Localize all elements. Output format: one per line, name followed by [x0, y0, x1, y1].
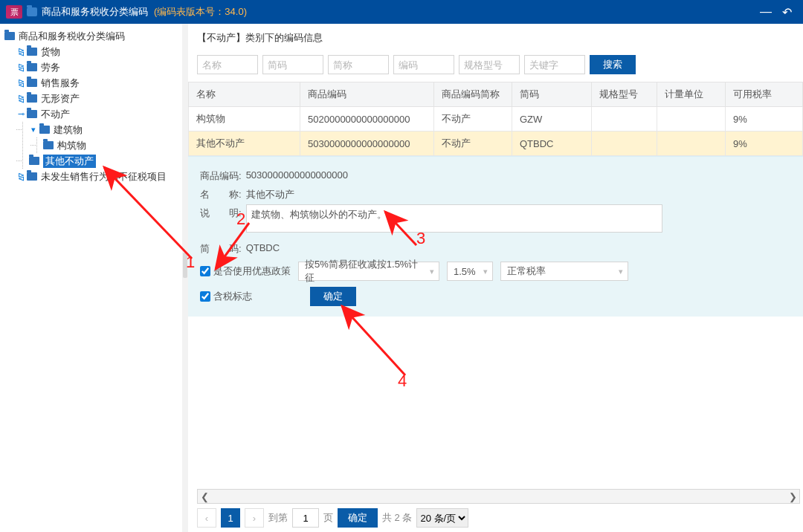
- tree-root[interactable]: 商品和服务税收分类编码: [0, 28, 181, 44]
- search-keyword-input[interactable]: [524, 55, 585, 74]
- cell: 不动产: [434, 107, 512, 132]
- detail-panel: 商品编码:5030000000000000000 名 称:其他不动产 说 明: …: [188, 156, 803, 317]
- minimize-button[interactable]: —: [755, 5, 776, 19]
- detail-desc-textarea[interactable]: [246, 204, 662, 233]
- table-row[interactable]: 构筑物 5020000000000000000 不动产 GZW 9%: [189, 107, 803, 132]
- window-title: 商品和服务税收分类编码: [42, 5, 148, 19]
- app-logo: 票: [6, 5, 22, 19]
- rate-type-select[interactable]: 正常税率: [500, 262, 628, 281]
- cell: GZW: [512, 107, 592, 132]
- checkbox-label: 含税标志: [213, 290, 252, 303]
- collapse-icon: ⧎: [16, 62, 25, 72]
- folder-icon: [27, 94, 37, 103]
- horizontal-scrollbar[interactable]: ❮ ❯: [197, 489, 800, 504]
- col-shortcode[interactable]: 简码: [512, 82, 592, 107]
- select-value: 按5%简易征收减按1.5%计征: [305, 258, 422, 285]
- tree-label: 未发生销售行为的不征税项目: [41, 170, 167, 184]
- search-button[interactable]: 搜索: [590, 55, 636, 74]
- confirm-button[interactable]: 确定: [310, 287, 356, 306]
- select-value: 正常税率: [507, 265, 546, 278]
- detail-short-value: QTBDC: [246, 240, 280, 253]
- cell: [657, 107, 726, 132]
- search-shortcode-input[interactable]: [262, 55, 323, 74]
- result-table: 名称 商品编码 商品编码简称 简码 规格型号 计量单位 可用税率 构筑物 502…: [188, 82, 803, 156]
- folder-icon: [27, 48, 37, 56]
- col-rate[interactable]: 可用税率: [726, 82, 803, 107]
- cell: [592, 107, 657, 132]
- cell: 9%: [726, 107, 803, 132]
- splitter[interactable]: [182, 24, 188, 532]
- category-tree-panel: 商品和服务税收分类编码 ⧎货物 ⧎劳务 ⧎销售服务 ⧎无形资产 ⊸不动产 ▾建筑…: [0, 24, 182, 532]
- col-name[interactable]: 名称: [189, 82, 300, 107]
- back-button[interactable]: ↶: [776, 5, 797, 19]
- tree-node-nontax[interactable]: ⧎未发生销售行为的不征税项目: [0, 169, 181, 184]
- window-titlebar: 票 商品和服务税收分类编码 (编码表版本号：34.0) — ↶: [0, 0, 803, 24]
- search-row: 搜索: [188, 48, 803, 82]
- col-spec[interactable]: 规格型号: [592, 82, 657, 107]
- prev-page-button[interactable]: ‹: [197, 508, 216, 528]
- tree-label: 无形资产: [41, 92, 80, 106]
- version-label: (编码表版本号：34.0): [154, 5, 247, 19]
- folder-icon: [27, 79, 37, 87]
- tree-label: 建筑物: [54, 123, 83, 137]
- goto-confirm-button[interactable]: 确定: [338, 508, 378, 528]
- col-shortname[interactable]: 商品编码简称: [434, 82, 512, 107]
- collapse-icon: ⧎: [16, 94, 25, 103]
- page-current[interactable]: 1: [221, 508, 240, 528]
- detail-name-value: 其他不动产: [246, 186, 294, 201]
- folder-icon: [27, 63, 37, 71]
- cell: QTBDC: [512, 132, 592, 156]
- tree-node-realestate[interactable]: ⊸不动产: [0, 106, 181, 122]
- folder-icon: [4, 32, 15, 40]
- goto-page-input[interactable]: [292, 508, 319, 528]
- content-panel: 【不动产】类别下的编码信息 搜索 名称 商品编码 商品编码简称 简码 规格型号 …: [188, 24, 803, 532]
- folder-icon: [39, 126, 50, 134]
- collapse-icon: ⧎: [16, 172, 25, 181]
- tree-node-goods[interactable]: ⧎货物: [0, 44, 181, 59]
- rate-select[interactable]: 1.5%: [447, 262, 493, 281]
- search-code-input[interactable]: [393, 55, 454, 74]
- col-code[interactable]: 商品编码: [300, 82, 434, 107]
- cell: [592, 132, 657, 156]
- scroll-right-icon[interactable]: ❯: [786, 491, 799, 502]
- tree-node-labor[interactable]: ⧎劳务: [0, 59, 181, 75]
- select-value: 1.5%: [454, 266, 476, 277]
- collapse-icon: ⧎: [16, 78, 25, 88]
- tree-node-building[interactable]: ▾建筑物: [23, 122, 181, 137]
- folder-icon: [27, 110, 37, 118]
- search-shortname-input[interactable]: [328, 55, 389, 74]
- detail-code-label: 商品编码:: [200, 167, 242, 183]
- folder-icon: [29, 157, 39, 165]
- tax-included-checkbox[interactable]: 含税标志: [200, 290, 252, 303]
- tree-node-intangible[interactable]: ⧎无形资产: [0, 91, 181, 106]
- scroll-left-icon[interactable]: ❮: [198, 491, 211, 502]
- tree-node-structure[interactable]: 构筑物: [37, 137, 181, 153]
- use-preference-checkbox[interactable]: 是否使用优惠政策: [200, 265, 291, 278]
- search-name-input[interactable]: [197, 55, 258, 74]
- folder-icon: [27, 7, 37, 16]
- checkbox-label: 是否使用优惠政策: [213, 265, 291, 278]
- cell: 其他不动产: [189, 132, 300, 156]
- folder-icon: [27, 172, 37, 181]
- total-label: 共 2 条: [382, 511, 412, 525]
- page-size-select[interactable]: 20 条/页: [416, 508, 468, 528]
- tree-label-selected: 其他不动产: [43, 155, 96, 168]
- col-unit[interactable]: 计量单位: [657, 82, 726, 107]
- tree-node-other-realestate[interactable]: 其他不动产: [23, 153, 181, 169]
- pagination: ‹ 1 › 到第 页 确定 共 2 条 20 条/页: [197, 508, 468, 528]
- expand-icon: ▾: [29, 125, 38, 134]
- search-spec-input[interactable]: [459, 55, 520, 74]
- tree-node-service[interactable]: ⧎销售服务: [0, 75, 181, 91]
- cell: 构筑物: [189, 107, 300, 132]
- cell: [657, 132, 726, 156]
- detail-short-label: 简 码:: [200, 240, 242, 256]
- page-unit-label: 页: [323, 511, 333, 525]
- policy-select[interactable]: 按5%简易征收减按1.5%计征: [298, 262, 439, 281]
- tree-label: 构筑物: [57, 139, 86, 152]
- next-page-button[interactable]: ›: [245, 508, 264, 528]
- table-row-selected[interactable]: 其他不动产 5030000000000000000 不动产 QTBDC 9%: [189, 132, 803, 156]
- detail-name-label: 名 称:: [200, 186, 242, 201]
- cell: 5030000000000000000: [300, 132, 434, 156]
- tree-label: 销售服务: [41, 77, 80, 90]
- tree-label: 货物: [41, 45, 60, 59]
